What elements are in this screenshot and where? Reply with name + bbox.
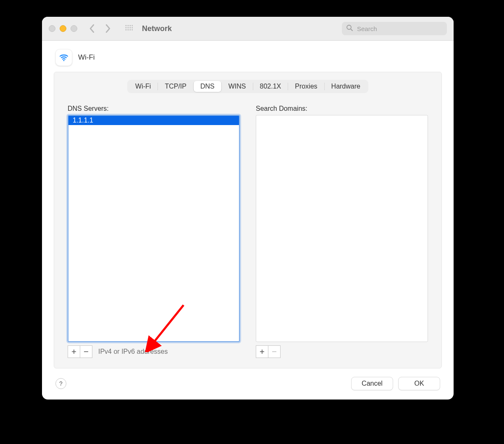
titlebar: Network	[42, 17, 454, 41]
svg-point-4	[125, 27, 126, 28]
window-title: Network	[142, 24, 172, 33]
search-input[interactable]	[356, 25, 443, 33]
dns-list-controls: IPv4 or IPv6 addresses	[68, 345, 240, 358]
cancel-button[interactable]: Cancel	[351, 377, 393, 390]
interface-header: Wi-Fi	[54, 49, 442, 66]
svg-point-6	[129, 27, 131, 28]
minus-icon	[84, 348, 89, 355]
remove-dns-server-button[interactable]	[80, 345, 92, 358]
svg-point-3	[131, 25, 133, 26]
tab-wins[interactable]: WINS	[222, 81, 253, 92]
dns-hint: IPv4 or IPv6 addresses	[98, 348, 168, 355]
search-domains-controls	[256, 345, 428, 358]
list-item[interactable]: 1.1.1.1	[68, 116, 239, 125]
tab-wifi[interactable]: Wi-Fi	[129, 81, 158, 92]
preferences-window: Network Wi-Fi Wi-Fi TCP/IP	[42, 17, 454, 400]
tab-hardware[interactable]: Hardware	[325, 81, 367, 92]
nav-arrows	[89, 24, 111, 33]
svg-line-13	[351, 29, 352, 31]
tab-bar: Wi-Fi TCP/IP DNS WINS 802.1X Proxies Har…	[127, 80, 368, 93]
back-button[interactable]	[89, 24, 95, 33]
svg-point-10	[129, 29, 131, 30]
search-domains-column: Search Domains:	[256, 105, 428, 358]
zoom-window-button[interactable]	[71, 25, 77, 32]
dns-servers-list[interactable]: 1.1.1.1	[68, 115, 240, 342]
plus-icon	[71, 348, 76, 355]
wifi-icon	[55, 49, 72, 66]
svg-point-8	[125, 29, 126, 30]
show-all-button[interactable]	[125, 25, 133, 32]
svg-point-11	[131, 29, 133, 30]
add-dns-server-button[interactable]	[68, 345, 80, 358]
add-search-domain-button[interactable]	[256, 345, 268, 358]
svg-point-9	[127, 29, 129, 30]
search-field[interactable]	[342, 22, 447, 35]
svg-point-5	[127, 27, 129, 28]
search-domains-list[interactable]	[256, 115, 428, 342]
minimize-window-button[interactable]	[60, 25, 66, 32]
minus-icon	[272, 348, 277, 355]
forward-button[interactable]	[105, 24, 111, 33]
footer: ? Cancel OK	[54, 377, 442, 390]
help-icon: ?	[59, 380, 63, 387]
help-button[interactable]: ?	[55, 378, 66, 389]
remove-search-domain-button	[268, 345, 281, 358]
tab-proxies[interactable]: Proxies	[288, 81, 324, 92]
tab-8021x[interactable]: 802.1X	[253, 81, 288, 92]
ok-button[interactable]: OK	[398, 377, 440, 390]
search-domains-label: Search Domains:	[256, 105, 428, 112]
svg-point-2	[129, 25, 131, 26]
svg-point-7	[131, 27, 133, 28]
interface-label: Wi-Fi	[78, 53, 95, 62]
dns-servers-label: DNS Servers:	[68, 105, 240, 112]
traffic-lights	[49, 25, 77, 32]
columns: DNS Servers: 1.1.1.1	[68, 105, 428, 358]
svg-point-1	[127, 25, 129, 26]
tab-tcpip[interactable]: TCP/IP	[158, 81, 193, 92]
svg-point-0	[125, 25, 126, 26]
search-icon	[346, 24, 353, 33]
settings-panel: Wi-Fi TCP/IP DNS WINS 802.1X Proxies Har…	[54, 72, 442, 368]
sheet-body: Wi-Fi Wi-Fi TCP/IP DNS WINS 802.1X Proxi…	[42, 41, 454, 400]
dns-servers-column: DNS Servers: 1.1.1.1	[68, 105, 240, 358]
plus-icon	[260, 348, 265, 355]
tab-dns[interactable]: DNS	[194, 81, 221, 92]
svg-point-14	[63, 60, 64, 61]
close-window-button[interactable]	[49, 25, 55, 32]
